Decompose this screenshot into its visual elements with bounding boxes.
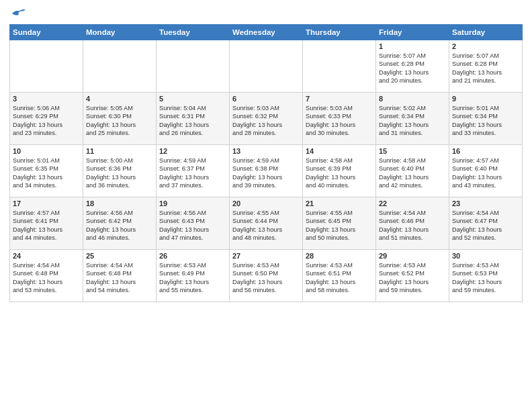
day-number: 19 bbox=[159, 199, 226, 208]
calendar-cell: 23Sunrise: 4:54 AM Sunset: 6:47 PM Dayli… bbox=[449, 197, 523, 250]
calendar-cell: 13Sunrise: 4:59 AM Sunset: 6:38 PM Dayli… bbox=[230, 145, 303, 197]
day-number: 7 bbox=[306, 95, 373, 103]
day-number: 23 bbox=[452, 199, 519, 208]
calendar-cell: 15Sunrise: 4:58 AM Sunset: 6:40 PM Dayli… bbox=[376, 145, 449, 197]
calendar-cell: 24Sunrise: 4:54 AM Sunset: 6:48 PM Dayli… bbox=[10, 250, 83, 302]
calendar-cell: 17Sunrise: 4:57 AM Sunset: 6:41 PM Dayli… bbox=[10, 197, 83, 250]
day-content: Sunrise: 4:53 AM Sunset: 6:51 PM Dayligh… bbox=[306, 261, 373, 295]
day-content: Sunrise: 4:58 AM Sunset: 6:40 PM Dayligh… bbox=[379, 156, 446, 190]
day-content: Sunrise: 5:01 AM Sunset: 6:35 PM Dayligh… bbox=[13, 156, 80, 190]
day-number: 2 bbox=[452, 42, 519, 50]
calendar-cell: 11Sunrise: 5:00 AM Sunset: 6:36 PM Dayli… bbox=[83, 145, 157, 197]
day-number: 13 bbox=[232, 147, 300, 155]
day-number: 20 bbox=[232, 199, 300, 208]
day-number: 29 bbox=[379, 252, 446, 260]
calendar-cell: 28Sunrise: 4:53 AM Sunset: 6:51 PM Dayli… bbox=[303, 250, 376, 302]
day-number: 28 bbox=[306, 252, 373, 260]
day-number: 5 bbox=[159, 95, 226, 103]
calendar-cell: 10Sunrise: 5:01 AM Sunset: 6:35 PM Dayli… bbox=[10, 145, 83, 197]
day-content: Sunrise: 4:57 AM Sunset: 6:40 PM Dayligh… bbox=[452, 156, 519, 190]
day-content: Sunrise: 4:58 AM Sunset: 6:39 PM Dayligh… bbox=[306, 156, 373, 190]
day-content: Sunrise: 4:55 AM Sunset: 6:44 PM Dayligh… bbox=[232, 209, 300, 242]
header bbox=[9, 7, 523, 20]
calendar-week-row: 10Sunrise: 5:01 AM Sunset: 6:35 PM Dayli… bbox=[10, 145, 523, 197]
day-number: 26 bbox=[159, 252, 226, 260]
day-number: 3 bbox=[13, 95, 80, 103]
day-number: 24 bbox=[13, 252, 80, 260]
calendar-cell bbox=[303, 40, 376, 93]
day-number: 14 bbox=[306, 147, 373, 155]
calendar-cell: 12Sunrise: 4:59 AM Sunset: 6:37 PM Dayli… bbox=[157, 145, 230, 197]
day-number: 15 bbox=[379, 147, 446, 155]
day-number: 12 bbox=[159, 147, 226, 155]
calendar-cell: 27Sunrise: 4:53 AM Sunset: 6:50 PM Dayli… bbox=[230, 250, 303, 302]
logo bbox=[9, 9, 26, 20]
calendar-cell: 20Sunrise: 4:55 AM Sunset: 6:44 PM Dayli… bbox=[230, 197, 303, 250]
day-number: 27 bbox=[232, 252, 300, 260]
calendar-cell: 6Sunrise: 5:03 AM Sunset: 6:32 PM Daylig… bbox=[230, 93, 303, 145]
calendar-week-row: 1Sunrise: 5:07 AM Sunset: 6:28 PM Daylig… bbox=[10, 40, 523, 93]
day-content: Sunrise: 4:59 AM Sunset: 6:37 PM Dayligh… bbox=[159, 156, 226, 190]
page-container: SundayMondayTuesdayWednesdayThursdayFrid… bbox=[0, 0, 532, 306]
day-content: Sunrise: 4:53 AM Sunset: 6:49 PM Dayligh… bbox=[159, 261, 226, 295]
day-content: Sunrise: 4:53 AM Sunset: 6:53 PM Dayligh… bbox=[452, 261, 519, 295]
day-content: Sunrise: 4:54 AM Sunset: 6:47 PM Dayligh… bbox=[452, 209, 519, 242]
calendar-cell: 2Sunrise: 5:07 AM Sunset: 6:28 PM Daylig… bbox=[449, 40, 523, 93]
day-number: 18 bbox=[86, 199, 153, 208]
calendar-header-row: SundayMondayTuesdayWednesdayThursdayFrid… bbox=[10, 25, 523, 40]
calendar-cell: 8Sunrise: 5:02 AM Sunset: 6:34 PM Daylig… bbox=[376, 93, 449, 145]
day-header-friday: Friday bbox=[376, 25, 449, 40]
logo-bird-icon bbox=[11, 8, 26, 20]
calendar-cell: 9Sunrise: 5:01 AM Sunset: 6:34 PM Daylig… bbox=[449, 93, 523, 145]
calendar-week-row: 24Sunrise: 4:54 AM Sunset: 6:48 PM Dayli… bbox=[10, 250, 523, 302]
day-header-saturday: Saturday bbox=[449, 25, 523, 40]
calendar-cell bbox=[230, 40, 303, 93]
day-content: Sunrise: 5:00 AM Sunset: 6:36 PM Dayligh… bbox=[86, 156, 153, 190]
calendar-table: SundayMondayTuesdayWednesdayThursdayFrid… bbox=[9, 24, 523, 302]
day-header-wednesday: Wednesday bbox=[230, 25, 303, 40]
day-content: Sunrise: 5:07 AM Sunset: 6:28 PM Dayligh… bbox=[452, 52, 519, 85]
day-number: 4 bbox=[86, 95, 153, 103]
day-header-sunday: Sunday bbox=[10, 25, 83, 40]
day-content: Sunrise: 4:56 AM Sunset: 6:42 PM Dayligh… bbox=[86, 209, 153, 242]
day-content: Sunrise: 4:59 AM Sunset: 6:38 PM Dayligh… bbox=[232, 156, 300, 190]
day-content: Sunrise: 4:54 AM Sunset: 6:48 PM Dayligh… bbox=[86, 261, 153, 295]
day-number: 21 bbox=[306, 199, 373, 208]
calendar-cell: 3Sunrise: 5:06 AM Sunset: 6:29 PM Daylig… bbox=[10, 93, 83, 145]
day-content: Sunrise: 5:03 AM Sunset: 6:32 PM Dayligh… bbox=[232, 104, 300, 138]
calendar-cell bbox=[157, 40, 230, 93]
calendar-cell: 26Sunrise: 4:53 AM Sunset: 6:49 PM Dayli… bbox=[157, 250, 230, 302]
calendar-cell bbox=[10, 40, 83, 93]
day-number: 9 bbox=[452, 95, 519, 103]
day-number: 8 bbox=[379, 95, 446, 103]
day-number: 25 bbox=[86, 252, 153, 260]
calendar-cell: 21Sunrise: 4:55 AM Sunset: 6:45 PM Dayli… bbox=[303, 197, 376, 250]
day-content: Sunrise: 4:54 AM Sunset: 6:48 PM Dayligh… bbox=[13, 261, 80, 295]
day-content: Sunrise: 5:02 AM Sunset: 6:34 PM Dayligh… bbox=[379, 104, 446, 138]
calendar-week-row: 17Sunrise: 4:57 AM Sunset: 6:41 PM Dayli… bbox=[10, 197, 523, 250]
day-number: 10 bbox=[13, 147, 80, 155]
day-content: Sunrise: 4:55 AM Sunset: 6:45 PM Dayligh… bbox=[306, 209, 373, 242]
day-content: Sunrise: 5:03 AM Sunset: 6:33 PM Dayligh… bbox=[306, 104, 373, 138]
day-content: Sunrise: 5:06 AM Sunset: 6:29 PM Dayligh… bbox=[13, 104, 80, 138]
day-number: 22 bbox=[379, 199, 446, 208]
day-number: 11 bbox=[86, 147, 153, 155]
calendar-cell: 7Sunrise: 5:03 AM Sunset: 6:33 PM Daylig… bbox=[303, 93, 376, 145]
calendar-cell: 4Sunrise: 5:05 AM Sunset: 6:30 PM Daylig… bbox=[83, 93, 157, 145]
day-header-tuesday: Tuesday bbox=[157, 25, 230, 40]
calendar-cell: 1Sunrise: 5:07 AM Sunset: 6:28 PM Daylig… bbox=[376, 40, 449, 93]
day-number: 6 bbox=[232, 95, 300, 103]
calendar-week-row: 3Sunrise: 5:06 AM Sunset: 6:29 PM Daylig… bbox=[10, 93, 523, 145]
day-content: Sunrise: 5:07 AM Sunset: 6:28 PM Dayligh… bbox=[379, 52, 446, 85]
day-content: Sunrise: 5:01 AM Sunset: 6:34 PM Dayligh… bbox=[452, 104, 519, 138]
calendar-cell: 19Sunrise: 4:56 AM Sunset: 6:43 PM Dayli… bbox=[157, 197, 230, 250]
calendar-cell: 16Sunrise: 4:57 AM Sunset: 6:40 PM Dayli… bbox=[449, 145, 523, 197]
day-header-monday: Monday bbox=[83, 25, 157, 40]
day-content: Sunrise: 4:56 AM Sunset: 6:43 PM Dayligh… bbox=[159, 209, 226, 242]
day-number: 16 bbox=[452, 147, 519, 155]
day-content: Sunrise: 4:53 AM Sunset: 6:52 PM Dayligh… bbox=[379, 261, 446, 295]
day-content: Sunrise: 4:53 AM Sunset: 6:50 PM Dayligh… bbox=[232, 261, 300, 295]
calendar-cell: 25Sunrise: 4:54 AM Sunset: 6:48 PM Dayli… bbox=[83, 250, 157, 302]
day-number: 17 bbox=[13, 199, 80, 208]
calendar-cell: 14Sunrise: 4:58 AM Sunset: 6:39 PM Dayli… bbox=[303, 145, 376, 197]
